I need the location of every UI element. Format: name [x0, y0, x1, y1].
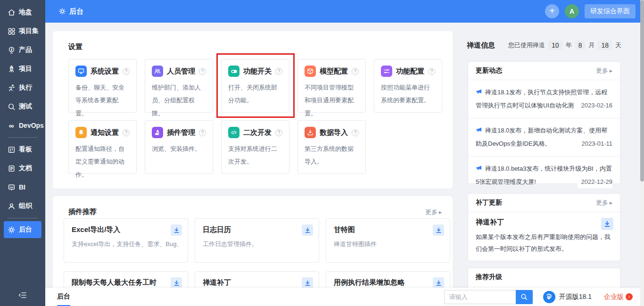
- search-input[interactable]: [444, 290, 516, 304]
- plugin-card-log-calendar[interactable]: 日志日历 工作日志管理插件。: [195, 218, 319, 263]
- sidebar-item-devops[interactable]: ∞ DevOps: [0, 116, 45, 135]
- avatar[interactable]: A: [565, 4, 579, 18]
- card-title: 通知设置: [91, 128, 119, 137]
- sidebar-item-kanban[interactable]: 看板: [0, 140, 45, 159]
- news-more-link[interactable]: 更多: [596, 66, 612, 75]
- tab-admin[interactable]: 后台: [57, 288, 70, 306]
- news-date: 2023-02-16: [578, 99, 613, 112]
- search-button[interactable]: [516, 290, 533, 304]
- settings-panel: 设置 系统设置 备份、聊天、安全等系统各要素配置。 人员管理 维护部门、添加人员…: [53, 31, 453, 189]
- monitor-icon: [75, 66, 87, 77]
- help-icon[interactable]: [123, 68, 130, 75]
- download-icon[interactable]: [171, 224, 182, 236]
- create-button[interactable]: +: [545, 4, 559, 18]
- card-notification-settings[interactable]: 通知设置 配置通知路径，自定义需要通知的动作。: [68, 120, 137, 174]
- download-icon[interactable]: [433, 224, 444, 236]
- sliders-icon: [381, 66, 392, 77]
- product-icon: [7, 46, 16, 54]
- news-date: 2023-01-11: [578, 138, 612, 150]
- import-icon: [305, 127, 316, 138]
- topbar-actions: + A 研发综合界面: [545, 4, 636, 18]
- sidebar-item-label: 项目: [19, 65, 32, 73]
- help-icon[interactable]: [199, 129, 206, 136]
- news-item[interactable]: 禅道18.0.beta3发布，统计模块升级为BI，内置5张宏观管理维度大屏! 2…: [468, 157, 620, 194]
- upgrade-arrow-icon: ↑: [626, 293, 633, 300]
- sidebar-item-bi[interactable]: BI: [0, 178, 45, 197]
- sidebar-item-org[interactable]: 组织: [0, 197, 45, 215]
- card-data-import[interactable]: 数据导入 第三方系统的数据导入。: [297, 120, 366, 174]
- patch-item-desc: 如果某个版本发布之后有严重影响使用的问题，我们会第一时间以补丁的形式发布。: [476, 232, 612, 255]
- download-icon[interactable]: [601, 218, 613, 230]
- download-icon[interactable]: [302, 277, 313, 289]
- sidebar-item-label: 文档: [19, 164, 32, 173]
- download-icon[interactable]: [302, 224, 313, 236]
- sidebar-item-test[interactable]: 测试: [0, 97, 45, 116]
- download-icon[interactable]: [171, 277, 182, 289]
- sidebar-item-label: DevOps: [19, 122, 44, 129]
- topbar: 后台 + A 研发综合界面: [45, 0, 644, 23]
- plugin-title: 限制每天每人最大任务工时: [72, 278, 180, 287]
- plugin-card-excel[interactable]: Excel导出/导入 支持excel导出，支持任务、需求、Bug、: [64, 218, 188, 263]
- news-item[interactable]: 禅道18.0发布，新增自动化测试方案、使用帮助及DevOps全新IDE风格。 2…: [468, 118, 620, 157]
- card-system-settings[interactable]: 系统设置 备份、聊天、安全等系统各要素配置。: [68, 59, 137, 113]
- search-icon: [520, 293, 528, 300]
- patch-item-title: 禅道补丁: [476, 218, 612, 227]
- download-icon[interactable]: [433, 277, 444, 289]
- upgrade-title: 推荐升级: [476, 273, 502, 281]
- sidebar-item-project[interactable]: 项目: [0, 59, 45, 78]
- card-desc: 按照功能菜单进行系统的要素配置。: [381, 81, 435, 107]
- gear-icon: [7, 225, 16, 234]
- plugin-title: 禅道补丁: [203, 278, 311, 287]
- zentao-logo[interactable]: [543, 291, 555, 303]
- help-icon[interactable]: [352, 129, 359, 136]
- card-desc: 不同项目管理模型和项目通用要素配置。: [305, 81, 359, 120]
- help-icon[interactable]: [275, 129, 282, 136]
- scrollbar-thumb[interactable]: [640, 0, 644, 182]
- card-desc: 浏览、安装插件。: [152, 142, 206, 155]
- card-user-management[interactable]: 人员管理 维护部门、添加人员、分组配置权限。: [145, 59, 213, 113]
- settings-title: 设置: [68, 42, 83, 51]
- card-secondary-development[interactable]: 二次开发 支持对系统进行二次开发。: [221, 120, 289, 174]
- sidebar-item-program[interactable]: 项目集: [0, 22, 45, 41]
- enterprise-link[interactable]: 企业版 ↑: [604, 293, 633, 301]
- page-title: 后台: [58, 7, 83, 16]
- megaphone-icon: [476, 87, 482, 99]
- sidebar-collapse-button[interactable]: [0, 288, 45, 302]
- help-icon[interactable]: [428, 68, 435, 75]
- card-desc: 维护部门、添加人员、分组配置权限。: [152, 81, 206, 120]
- card-model-config[interactable]: 模型配置 不同项目管理模型和项目通用要素配置。: [297, 59, 366, 113]
- sidebar-divider: [8, 218, 38, 218]
- plugin-title: Excel导出/导入: [72, 225, 180, 234]
- plugins-more-link[interactable]: 更多: [425, 208, 442, 216]
- plugin-card-gantt[interactable]: 甘特图 禅道甘特图插件: [326, 218, 450, 263]
- page-scrollbar: [640, 0, 644, 306]
- sidebar-item-label: 组织: [19, 202, 32, 210]
- sidebar-item-admin[interactable]: 后台: [4, 221, 41, 238]
- code-icon: [228, 127, 239, 138]
- card-plugin-management[interactable]: 插件管理 浏览、安装插件。: [145, 120, 213, 174]
- help-icon[interactable]: [275, 68, 282, 75]
- workspace-switch-button[interactable]: 研发综合界面: [585, 4, 636, 18]
- test-icon: [7, 102, 16, 111]
- card-desc: 第三方系统的数据导入。: [305, 142, 359, 168]
- card-feature-config[interactable]: 功能配置 按照功能菜单进行系统的要素配置。: [374, 59, 442, 113]
- help-icon[interactable]: [352, 68, 359, 75]
- kanban-icon: [7, 145, 16, 154]
- project-icon: [7, 65, 16, 73]
- card-title: 模型配置: [320, 67, 348, 76]
- plugin-title: 日志日历: [203, 225, 311, 234]
- sidebar-item-home[interactable]: 地盘: [0, 3, 45, 22]
- bottom-bar: 后台 开源版18.1 企业版 ↑: [45, 288, 644, 306]
- sidebar-item-label: BI: [19, 183, 25, 191]
- org-icon: [7, 202, 16, 210]
- help-icon[interactable]: [199, 68, 206, 75]
- sidebar-item-product[interactable]: 产品: [0, 41, 45, 59]
- sidebar-item-execution[interactable]: 执行: [0, 78, 45, 97]
- help-icon[interactable]: [123, 129, 130, 136]
- card-feature-switch[interactable]: 功能开关 打开、关闭系统部分功能。: [221, 59, 289, 113]
- sidebar-item-label: 执行: [19, 83, 32, 92]
- news-item[interactable]: 禅道18.1发布，执行节点支持快照管理，远程管理执行节点时可以体验UI自动化测 …: [468, 80, 620, 118]
- patch-more-link[interactable]: 更多: [596, 198, 612, 207]
- card-title: 系统设置: [91, 67, 119, 76]
- sidebar-item-doc[interactable]: 文档: [0, 159, 45, 178]
